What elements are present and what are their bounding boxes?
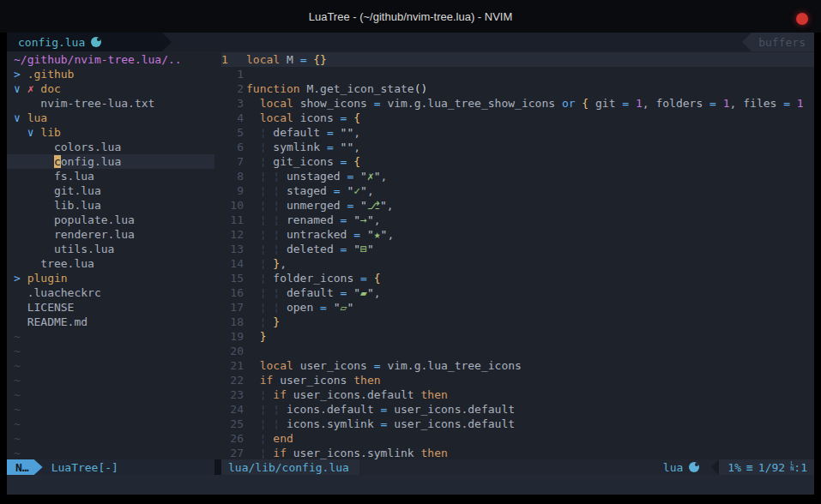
token: { xyxy=(374,272,381,285)
line-number: 16 xyxy=(221,285,244,300)
code-text: ¦ end xyxy=(246,431,293,446)
tree-row[interactable]: lib.lua xyxy=(7,198,214,213)
code-text: ¦ symlink = "", xyxy=(246,140,360,154)
tree-row[interactable]: README.md xyxy=(7,315,214,329)
code-line[interactable]: 13 ¦ ¦ deleted = "⊟" xyxy=(221,242,814,256)
tabline-buffers-label[interactable]: buffers xyxy=(742,33,814,51)
tree-row[interactable]: config.lua xyxy=(7,154,214,169)
line-number: 5 xyxy=(221,125,244,140)
command-line[interactable] xyxy=(7,475,814,495)
code-line[interactable]: 7 ¦ git_icons = { xyxy=(221,154,814,169)
code-line[interactable]: 5 ¦ default = "", xyxy=(221,125,814,140)
code-text: ¦ ¦ unmerged = "⎇", xyxy=(246,198,394,213)
code-line[interactable]: 10 ¦ ¦ unmerged = "⎇", xyxy=(221,198,814,213)
tree-row[interactable]: > plugin xyxy=(7,271,214,285)
line-number: 4 xyxy=(221,111,244,125)
tab-config-lua[interactable]: config.lua xyxy=(7,33,172,51)
empty-line-tilde: ~ xyxy=(14,330,21,343)
code-line[interactable]: 9 ¦ ¦ staged = "✓", xyxy=(221,183,814,198)
token: user_icons.default xyxy=(293,388,421,401)
code-line[interactable]: 14 ¦ }, xyxy=(221,256,814,271)
code-line[interactable]: 1local M = {} xyxy=(221,52,814,67)
tree-root-path: ~/github/nvim-tree.lua/.. xyxy=(14,53,182,66)
code-line[interactable]: 16 ¦ ¦ default = "▰", xyxy=(221,285,814,300)
code-line[interactable]: 19 } xyxy=(221,329,814,344)
tree-row[interactable]: ∨ ✗ doc xyxy=(7,81,214,96)
indent xyxy=(14,199,54,212)
tree-row[interactable]: git.lua xyxy=(7,183,214,198)
code-line[interactable]: 12 ¦ ¦ untracked = "★", xyxy=(221,227,814,242)
code-line[interactable]: 27 ¦ if user_icons.symlink then xyxy=(221,446,814,460)
empty-line-tilde: ~ xyxy=(14,388,21,401)
tree-filler-row: ~ xyxy=(7,344,214,358)
tree-row[interactable]: tree.lua xyxy=(7,256,214,271)
tree-row[interactable]: ∨ lib xyxy=(7,125,214,140)
code-line[interactable]: 2function M.get_icon_state() xyxy=(221,81,814,96)
code-line[interactable]: 23 ¦ if user_icons.default then xyxy=(221,387,814,402)
close-button[interactable] xyxy=(796,13,808,25)
token: " xyxy=(367,228,374,241)
code-line[interactable]: 15 ¦ folder_icons = { xyxy=(221,271,814,285)
token xyxy=(246,228,260,241)
code-line[interactable]: 3 local show_icons = vim.g.lua_tree_show… xyxy=(221,96,814,111)
token xyxy=(246,184,260,197)
token: = xyxy=(374,359,388,372)
token: " xyxy=(360,184,367,197)
statusline-divider xyxy=(214,459,221,475)
column-position: :1 xyxy=(794,461,807,474)
token: user_icons xyxy=(300,359,374,372)
tree-row[interactable]: nvim-tree-lua.txt xyxy=(7,96,214,111)
token: { xyxy=(582,97,595,110)
chevron-down-icon: ∨ xyxy=(14,111,27,124)
token: } xyxy=(273,257,280,270)
folder-name: lua xyxy=(27,111,47,124)
code-line[interactable]: 21 local user_icons = vim.g.lua_tree_ico… xyxy=(221,358,814,373)
line-number: 8 xyxy=(221,169,244,183)
token: default xyxy=(273,126,327,139)
tree-row[interactable]: .luacheckrc xyxy=(7,285,214,300)
token: = xyxy=(300,53,314,66)
tree-row[interactable]: LICENSE xyxy=(7,300,214,315)
buffers-text: buffers xyxy=(758,36,806,49)
empty-line-tilde: ~ xyxy=(14,359,21,372)
tree-row[interactable]: populate.lua xyxy=(7,213,214,227)
line-number: 1 xyxy=(221,52,244,67)
code-line[interactable]: 11 ¦ ¦ renamed = "→", xyxy=(221,213,814,227)
tree-row[interactable]: colors.lua xyxy=(7,140,214,154)
code-line[interactable]: 6 ¦ symlink = "", xyxy=(221,140,814,154)
code-line[interactable]: 26 ¦ end xyxy=(221,431,814,446)
code-line[interactable]: 25 ¦ ¦ icons.symlink = user_icons.defaul… xyxy=(221,417,814,431)
indent xyxy=(14,228,54,241)
indent-guide: ¦ ¦ xyxy=(260,403,287,416)
tree-row[interactable]: ~/github/nvim-tree.lua/.. xyxy=(7,52,214,67)
code-line[interactable]: 1 xyxy=(221,67,814,81)
tree-row[interactable]: ∨ lua xyxy=(7,111,214,125)
line-number: 7 xyxy=(221,154,244,169)
string-icon-glyph: ▰ xyxy=(360,286,367,299)
token: = xyxy=(341,111,354,124)
code-line[interactable]: 22 if user_icons then xyxy=(221,373,814,387)
token: open xyxy=(287,301,320,314)
token: = xyxy=(341,243,354,255)
lines-icon: ≡ xyxy=(746,461,753,474)
tree-row[interactable]: renderer.lua xyxy=(7,227,214,242)
filetype-label: lua xyxy=(663,461,683,474)
code-line[interactable]: 24 ¦ ¦ icons.default = user_icons.defaul… xyxy=(221,402,814,417)
tree-row[interactable]: utils.lua xyxy=(7,242,214,256)
line-number: 17 xyxy=(221,300,244,315)
line-number: 10 xyxy=(221,198,244,213)
indent-guide: ¦ xyxy=(260,126,274,139)
code-line[interactable]: 8 ¦ ¦ unstaged = "✗", xyxy=(221,169,814,183)
code-line[interactable]: 20 xyxy=(221,344,814,358)
code-line[interactable]: 17 ¦ ¦ open = "▱" xyxy=(221,300,814,315)
code-text: ¦ ¦ unstaged = "✗", xyxy=(246,169,387,183)
tree-filler-row: ~ xyxy=(7,446,214,460)
token xyxy=(246,141,260,153)
indent xyxy=(14,213,54,226)
code-text: ¦ folder_icons = { xyxy=(246,271,381,285)
file-name: onfig.lua xyxy=(61,155,121,168)
code-line[interactable]: 18 ¦ } xyxy=(221,315,814,329)
code-line[interactable]: 4 local icons = { xyxy=(221,111,814,125)
tree-row[interactable]: > .github xyxy=(7,67,214,81)
tree-row[interactable]: fs.lua xyxy=(7,169,214,183)
